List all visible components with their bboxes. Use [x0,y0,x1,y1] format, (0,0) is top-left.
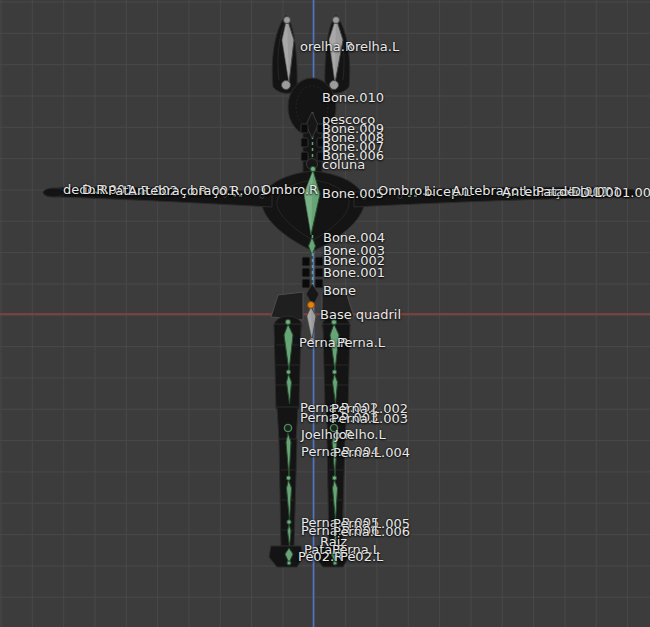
bone-joelho-L-joint[interactable] [330,424,337,431]
bone-base-quadril[interactable] [307,302,316,343]
character-armature[interactable] [43,15,639,567]
bone-joelho-R-joint[interactable] [284,424,291,431]
arm-left-mesh[interactable] [354,187,639,207]
viewport-3d[interactable]: orelha.Rorelha.LBone.010pescoçoBone.009B… [0,0,650,627]
arm-right-mesh[interactable] [43,187,272,207]
selected-joint-dot[interactable] [308,302,315,309]
scene-svg [0,0,650,627]
